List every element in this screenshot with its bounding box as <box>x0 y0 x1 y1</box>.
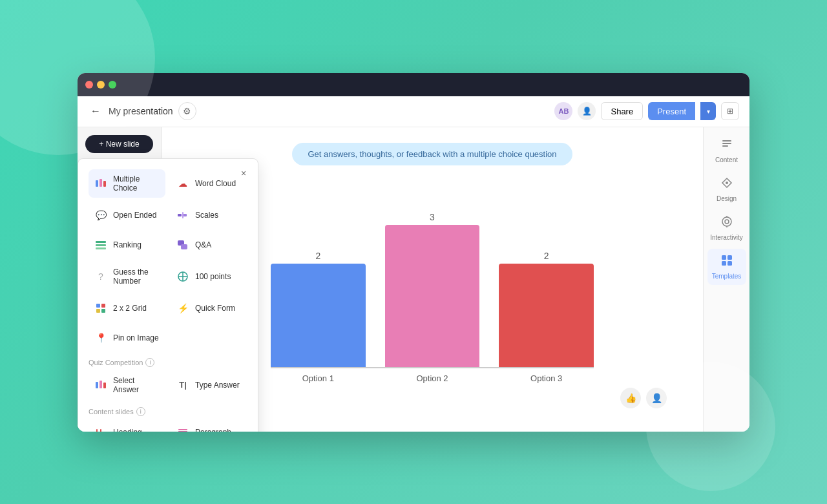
close-traffic-light[interactable] <box>85 81 93 89</box>
traffic-lights <box>85 81 116 89</box>
content-section-label: Content slides i <box>89 407 247 416</box>
present-button[interactable]: Present <box>648 102 695 120</box>
svg-rect-20 <box>103 383 106 388</box>
bar-value-2: 3 <box>430 212 435 222</box>
svg-point-40 <box>722 217 731 226</box>
user-reaction-button[interactable]: 👤 <box>646 388 667 408</box>
svg-rect-6 <box>96 241 106 243</box>
svg-rect-37 <box>722 143 731 144</box>
svg-rect-47 <box>728 261 732 266</box>
design-tool-icon <box>720 176 733 193</box>
panel-item-label: 2 x 2 Grid <box>113 304 147 313</box>
bar-label-2: Option 2 <box>416 373 448 383</box>
panel-item-open-ended[interactable]: 💬 Open Ended <box>89 203 165 227</box>
minimize-traffic-light[interactable] <box>97 81 105 89</box>
type-answer-icon: T| <box>176 378 190 392</box>
title-bar <box>78 73 749 96</box>
svg-rect-1 <box>99 179 102 187</box>
user-icon: 👤 <box>578 102 596 120</box>
svg-rect-25 <box>178 431 187 432</box>
panel-item-label: Select Answer <box>113 376 160 394</box>
quiz-items-grid: Select Answer T| Type Answer <box>89 371 247 399</box>
panel-item-quick-form[interactable]: ⚡ Quick Form <box>171 296 247 320</box>
svg-rect-16 <box>96 309 100 313</box>
header-left: ← My presentation ⚙ <box>88 102 196 120</box>
panel-item-label: Open Ended <box>113 211 156 220</box>
panel-item-pin-on-image[interactable]: 📍 Pin on Image <box>89 326 165 350</box>
panel-item-paragraph[interactable]: Paragraph <box>171 420 247 432</box>
sidebar-tool-design[interactable]: Design <box>707 171 746 207</box>
content-tool-label: Content <box>715 156 738 163</box>
bar-value-3: 2 <box>544 251 549 261</box>
panel-close-button[interactable]: × <box>236 165 251 181</box>
thumbs-up-button[interactable]: 👍 <box>620 388 641 408</box>
bar-label-group-2: Option 2 <box>385 368 480 383</box>
svg-point-41 <box>725 220 729 224</box>
paragraph-icon <box>176 425 190 432</box>
content-info-icon[interactable]: i <box>136 407 145 416</box>
panel-item-label: Guess the Number <box>113 268 160 286</box>
ranking-icon <box>94 238 108 252</box>
svg-rect-3 <box>178 214 182 216</box>
svg-rect-21 <box>96 429 98 432</box>
select-answer-icon <box>94 378 108 392</box>
new-slide-button[interactable]: + New slide <box>85 135 153 153</box>
svg-rect-17 <box>101 309 105 313</box>
open-ended-icon: 💬 <box>94 208 108 222</box>
svg-rect-22 <box>100 429 101 432</box>
panel-item-multiple-choice[interactable]: Multiple Choice <box>89 169 165 198</box>
panel-grid: Multiple Choice ☁ Word Cloud 💬 Open Ende… <box>89 169 247 350</box>
panel-item-label: Pin on Image <box>113 333 159 342</box>
content-items-grid: Heading Paragraph <box>89 420 247 432</box>
panel-item-guess-number[interactable]: ? Guess the Number <box>89 262 165 291</box>
settings-icon[interactable]: ⚙ <box>178 102 196 120</box>
sidebar-tool-templates[interactable]: Templates <box>707 249 746 285</box>
sidebar-tool-interactivity[interactable]: Interactivity <box>707 210 746 246</box>
word-cloud-icon: ☁ <box>176 176 190 191</box>
quiz-info-icon[interactable]: i <box>145 358 154 367</box>
svg-rect-14 <box>96 304 100 308</box>
panel-item-qa[interactable]: Q&A <box>171 233 247 257</box>
grid-view-button[interactable]: ⊞ <box>721 102 739 120</box>
presentation-title: My presentation <box>109 106 173 116</box>
panel-item-select-answer[interactable]: Select Answer <box>89 371 165 399</box>
panel-item-scales[interactable]: Scales <box>171 203 247 227</box>
panel-item-label: Multiple Choice <box>113 174 160 193</box>
svg-rect-15 <box>101 304 105 308</box>
qa-icon <box>176 238 190 252</box>
sidebar-tool-content[interactable]: Content <box>707 132 746 169</box>
panel-item-label: Word Cloud <box>195 179 236 188</box>
panel-item-label: Q&A <box>195 240 211 249</box>
fullscreen-traffic-light[interactable] <box>109 81 116 89</box>
panel-item-label: Paragraph <box>195 428 231 432</box>
bar-2 <box>385 225 480 367</box>
share-button[interactable]: Share <box>601 102 643 120</box>
scales-icon <box>176 208 190 222</box>
panel-item-ranking[interactable]: Ranking <box>89 233 165 257</box>
panel-item-heading[interactable]: Heading <box>89 420 165 432</box>
back-button[interactable]: ← <box>88 103 103 120</box>
bottom-bar: 👍 👤 <box>187 388 677 416</box>
svg-rect-36 <box>722 140 731 142</box>
panel-item-label: Heading <box>113 428 142 432</box>
slide-sidebar: + New slide × Multiple Choice <box>78 127 162 432</box>
panel-item-label: Ranking <box>113 240 141 249</box>
present-dropdown-button[interactable]: ▾ <box>700 102 716 120</box>
guess-number-icon: ? <box>94 269 108 284</box>
quick-form-icon: ⚡ <box>176 301 190 315</box>
2x2-grid-icon <box>94 301 108 315</box>
svg-rect-10 <box>181 244 187 249</box>
panel-item-2x2-grid[interactable]: 2 x 2 Grid <box>89 296 165 320</box>
header: ← My presentation ⚙ AB 👤 Share Present ▾… <box>78 96 749 127</box>
svg-point-39 <box>726 182 728 184</box>
panel-item-100-points[interactable]: 100 points <box>171 262 247 291</box>
templates-tool-icon <box>720 254 733 270</box>
panel-item-label: Scales <box>195 211 218 220</box>
bar-label-group-1: Option 1 <box>271 368 366 383</box>
svg-rect-46 <box>722 261 726 266</box>
panel-item-type-answer[interactable]: T| Type Answer <box>171 371 247 399</box>
avatar: AB <box>554 102 572 120</box>
panel-item-label: 100 points <box>195 272 231 281</box>
bar-group-option1: 2 <box>271 251 366 367</box>
svg-rect-5 <box>182 212 183 218</box>
